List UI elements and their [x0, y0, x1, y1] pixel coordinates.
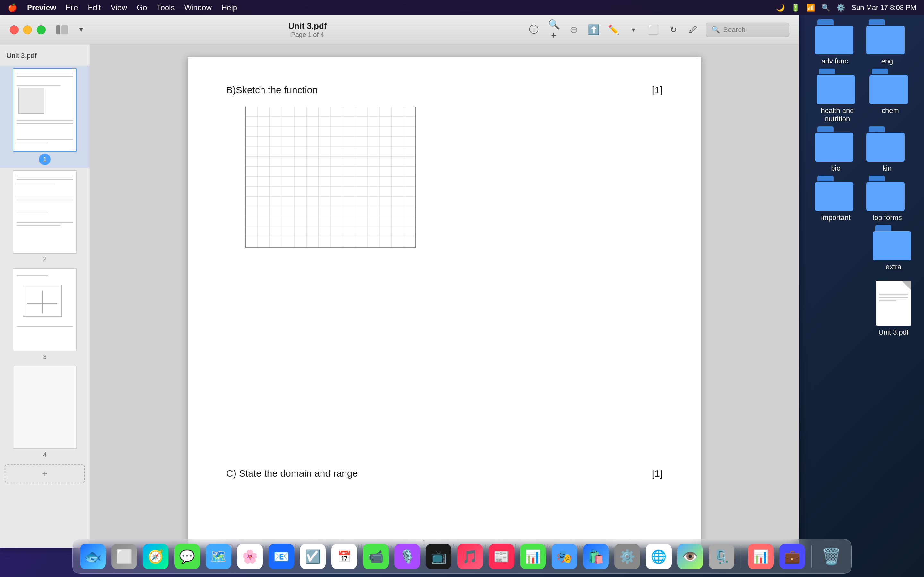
- dock-news[interactable]: 📰: [488, 543, 515, 570]
- dock-safari[interactable]: 🧭: [142, 543, 170, 570]
- dock-facetime[interactable]: 📹: [362, 543, 389, 570]
- dock-trash[interactable]: 🗑️: [817, 543, 845, 570]
- sidebar-toggle-button[interactable]: [55, 23, 69, 37]
- window-body: Unit 3.pdf 1: [0, 44, 799, 548]
- folder-label-extra: extra: [886, 263, 901, 271]
- folder-label-eng: eng: [881, 57, 893, 65]
- section-b-label: B)Sketch the function: [226, 83, 318, 97]
- folder-row-5: extra: [815, 225, 914, 271]
- search-menu-icon[interactable]: 🔍: [821, 3, 830, 12]
- markup-button[interactable]: ✏️: [606, 23, 620, 37]
- folder-label-important: important: [821, 213, 851, 222]
- dock-music[interactable]: 🎵: [456, 543, 484, 570]
- add-page-button[interactable]: +: [5, 464, 85, 484]
- dock-separator: [741, 545, 741, 568]
- page-number-4: 4: [43, 451, 47, 458]
- wifi-icon: 📶: [806, 3, 815, 12]
- menu-view[interactable]: View: [111, 3, 128, 12]
- section-c: C) State the domain and range [1]: [226, 466, 662, 519]
- folder-label-adv-func: adv func.: [821, 57, 850, 65]
- datetime-display: Sun Mar 17 8:08 PM: [851, 3, 916, 12]
- rotate-button[interactable]: ↻: [666, 23, 680, 37]
- desktop-doc-unit3[interactable]: Unit 3.pdf: [873, 281, 914, 337]
- desktop-doc-label: Unit 3.pdf: [879, 328, 909, 337]
- folder-row-1: adv func. eng: [815, 19, 914, 65]
- folder-health[interactable]: health and nutrition: [815, 69, 860, 123]
- markup-options-button[interactable]: ▾: [626, 23, 640, 37]
- dock-preview[interactable]: 👁️: [676, 543, 704, 570]
- dock-settings[interactable]: ⚙️: [614, 543, 641, 570]
- folder-kin[interactable]: kin: [866, 126, 908, 172]
- menu-window[interactable]: Window: [184, 3, 212, 12]
- search-input[interactable]: [723, 26, 781, 34]
- close-button[interactable]: [10, 25, 19, 34]
- thumbnail-page-1[interactable]: 1: [0, 66, 89, 168]
- annotate-button[interactable]: 🖊: [686, 23, 700, 37]
- window-title: Unit 3.pdf: [95, 21, 520, 31]
- folder-important[interactable]: important: [815, 176, 857, 222]
- thumbnail-page-2[interactable]: 2: [0, 168, 89, 266]
- sidebar: Unit 3.pdf 1: [0, 44, 90, 548]
- battery-icon: 🔋: [791, 3, 800, 12]
- folder-eng[interactable]: eng: [866, 19, 908, 65]
- minimize-button[interactable]: [23, 25, 32, 34]
- dock-finder[interactable]: 🐟: [79, 543, 107, 570]
- maximize-button[interactable]: [37, 25, 45, 34]
- menu-go[interactable]: Go: [137, 3, 147, 12]
- desktop-folders-area: adv func. eng health and nutrition chem: [815, 19, 914, 337]
- page-number-2: 2: [43, 255, 47, 263]
- section-c-header: C) State the domain and range [1]: [226, 466, 662, 480]
- share-button[interactable]: ⬆️: [586, 23, 601, 37]
- apple-menu[interactable]: 🍎: [8, 3, 17, 12]
- menu-file[interactable]: File: [66, 3, 78, 12]
- dock-chrome[interactable]: 🌐: [645, 543, 672, 570]
- dock-keynote[interactable]: 🎭: [551, 543, 578, 570]
- thumbnail-img-2: [13, 170, 77, 253]
- folder-adv-func[interactable]: adv func.: [815, 19, 857, 65]
- chevron-down-button[interactable]: ▼: [74, 23, 88, 37]
- menu-help[interactable]: Help: [221, 3, 237, 12]
- menu-edit[interactable]: Edit: [87, 3, 101, 12]
- thumbnail-page-4[interactable]: 4: [0, 363, 89, 461]
- menu-preview[interactable]: Preview: [27, 3, 56, 12]
- dock-photos[interactable]: 🌸: [236, 543, 264, 570]
- dock-numbers[interactable]: 📊: [519, 543, 547, 570]
- folder-top-forms[interactable]: top forms: [866, 176, 908, 222]
- dock-podcasts[interactable]: 🎙️: [393, 543, 421, 570]
- thumbnail-page-3[interactable]: 3: [0, 266, 89, 363]
- traffic-lights: [10, 25, 45, 34]
- dock-messages[interactable]: 💬: [173, 543, 201, 570]
- folder-bio[interactable]: bio: [815, 126, 857, 172]
- dock-teams[interactable]: 💼: [779, 543, 806, 570]
- dock-reminders[interactable]: ☑️: [299, 543, 326, 570]
- zoom-out-button[interactable]: ⊖: [567, 23, 581, 37]
- dock-maps[interactable]: 🗺️: [205, 543, 232, 570]
- section-c-label: C) State the domain and range: [226, 466, 358, 480]
- folder-extra[interactable]: extra: [873, 225, 914, 271]
- dock-archive[interactable]: 🗜️: [708, 543, 735, 570]
- section-c-answer-space: [226, 480, 662, 519]
- title-bar: ▼ Unit 3.pdf Page 1 of 4 ⓘ 🔍+ ⊖ ⬆️ ✏️ ▾ …: [0, 15, 799, 44]
- search-icon: 🔍: [711, 26, 720, 34]
- main-content: B)Sketch the function [1]: [90, 44, 799, 548]
- crop-button[interactable]: ⬜: [646, 23, 660, 37]
- folder-chem[interactable]: chem: [869, 69, 911, 115]
- zoom-in-button[interactable]: 🔍+: [547, 23, 561, 37]
- sketch-grid-container: [246, 107, 662, 456]
- search-bar[interactable]: 🔍: [706, 23, 789, 37]
- sketch-grid: [246, 107, 662, 453]
- dock-appletv[interactable]: 📺: [425, 543, 452, 570]
- folder-label-health: health and nutrition: [815, 106, 860, 123]
- dock-calendar[interactable]: 📅: [330, 543, 358, 570]
- dock-appstore[interactable]: 🛍️: [582, 543, 610, 570]
- folder-label-chem: chem: [882, 106, 899, 115]
- control-center-icon[interactable]: ⚙️: [837, 3, 845, 12]
- dock-powerpoint[interactable]: 📊: [747, 543, 774, 570]
- page-badge-1: 1: [39, 153, 51, 165]
- section-b-header: B)Sketch the function [1]: [226, 83, 662, 97]
- dock-mail[interactable]: 📧: [268, 543, 295, 570]
- dock-launchpad[interactable]: ⬜: [110, 543, 138, 570]
- menu-tools[interactable]: Tools: [157, 3, 174, 12]
- toolbar-sidebar-toggle: ▼: [55, 23, 88, 37]
- info-button[interactable]: ⓘ: [527, 23, 541, 37]
